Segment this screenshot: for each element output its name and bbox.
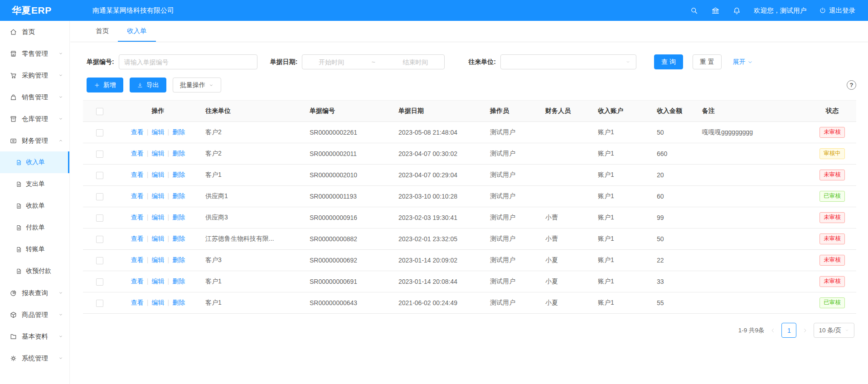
page-size-select[interactable]: 10 条/页	[814, 323, 854, 338]
status-badge: 已审核	[820, 191, 845, 202]
cell-status: 未审核	[808, 228, 856, 250]
topbar-right: 欢迎您，测试用户 退出登录	[690, 6, 868, 15]
sidebar-subitem-income-bill[interactable]: 收入单	[0, 151, 69, 173]
view-link[interactable]: 查看	[131, 192, 144, 199]
sidebar-item-home[interactable]: 首页	[0, 21, 69, 43]
batch-operation-button[interactable]: 批量操作	[173, 78, 221, 92]
prev-page-icon[interactable]	[770, 327, 776, 334]
delete-link[interactable]: 删除	[172, 299, 185, 306]
row-checkbox[interactable]	[96, 236, 103, 243]
cell-actions: 查看|编辑|删除	[116, 271, 200, 292]
row-checkbox[interactable]	[96, 129, 103, 136]
sidebar-menu: 首页零售管理采购管理销售管理仓库管理财务管理收入单支出单收款单付款单转账单收预付…	[0, 21, 69, 369]
table-row: 查看|编辑|删除客户2SR000000020112023-04-07 00:30…	[83, 143, 856, 165]
sidebar-subitem-payment-bill[interactable]: 付款单	[0, 217, 69, 238]
row-checkbox[interactable]	[96, 214, 103, 222]
delete-link[interactable]: 删除	[172, 171, 185, 178]
edit-link[interactable]: 编辑	[152, 171, 165, 178]
chevron-down-icon	[58, 116, 63, 122]
edit-link[interactable]: 编辑	[152, 150, 165, 157]
reset-button[interactable]: 重 置	[693, 54, 722, 69]
sidebar-item-finance[interactable]: 财务管理	[0, 130, 69, 151]
search-icon[interactable]	[690, 6, 698, 15]
add-button[interactable]: 新增	[87, 78, 123, 92]
next-page-icon[interactable]	[802, 327, 808, 334]
sidebar-item-warehouse[interactable]: 仓库管理	[0, 108, 69, 130]
cell-account: 账户1	[592, 228, 651, 250]
doc-icon	[15, 203, 22, 209]
sidebar-subitem-transfer-bill[interactable]: 转账单	[0, 238, 69, 260]
sidebar-item-basic[interactable]: 基本资料	[0, 326, 69, 347]
row-checkbox[interactable]	[96, 151, 103, 158]
bell-icon[interactable]	[732, 6, 741, 15]
expand-link[interactable]: 展开	[733, 58, 753, 66]
export-button[interactable]: 导出	[130, 78, 166, 92]
row-checkbox[interactable]	[96, 300, 103, 307]
delete-link[interactable]: 删除	[172, 128, 185, 136]
tab-income-bill[interactable]: 收入单	[118, 21, 156, 42]
warehouse-icon	[10, 115, 17, 123]
view-link[interactable]: 查看	[131, 299, 144, 306]
sidebar-item-purchase[interactable]: 采购管理	[0, 64, 69, 86]
sidebar-subitem-expense-bill[interactable]: 支出单	[0, 173, 69, 195]
bill-no-input[interactable]	[119, 54, 257, 69]
view-link[interactable]: 查看	[131, 150, 144, 157]
delete-link[interactable]: 删除	[172, 235, 185, 242]
sidebar-item-retail[interactable]: 零售管理	[0, 43, 69, 64]
edit-link[interactable]: 编辑	[152, 277, 165, 285]
delete-link[interactable]: 删除	[172, 214, 185, 221]
view-link[interactable]: 查看	[131, 171, 144, 178]
delete-link[interactable]: 删除	[172, 277, 185, 285]
chevron-down-icon	[58, 355, 63, 361]
cell-checkbox	[83, 250, 116, 271]
sidebar-item-system[interactable]: 系统管理	[0, 347, 69, 369]
edit-link[interactable]: 编辑	[152, 214, 165, 221]
date-start-input[interactable]	[302, 58, 360, 66]
sidebar-subitem-receipt-bill[interactable]: 收款单	[0, 195, 69, 217]
edit-link[interactable]: 编辑	[152, 128, 165, 136]
edit-link[interactable]: 编辑	[152, 299, 165, 306]
action-separator: |	[147, 171, 149, 178]
cell-status: 已审核	[808, 292, 856, 314]
row-checkbox[interactable]	[96, 278, 103, 286]
help-icon[interactable]: ?	[847, 80, 856, 90]
page-number[interactable]: 1	[781, 323, 796, 338]
date-range-picker[interactable]: ~	[302, 54, 445, 69]
view-link[interactable]: 查看	[131, 256, 144, 263]
cell-account: 账户1	[592, 122, 651, 143]
search-button[interactable]: 查 询	[654, 54, 683, 69]
action-separator: |	[168, 214, 170, 221]
view-link[interactable]: 查看	[131, 277, 144, 285]
sidebar-item-sales[interactable]: 销售管理	[0, 86, 69, 108]
cell-checkbox	[83, 122, 116, 143]
row-checkbox[interactable]	[96, 257, 103, 264]
edit-link[interactable]: 编辑	[152, 235, 165, 242]
action-separator: |	[147, 299, 149, 306]
unit-select[interactable]	[500, 54, 636, 69]
view-link[interactable]: 查看	[131, 214, 144, 221]
delete-link[interactable]: 删除	[172, 150, 185, 157]
cell-actions: 查看|编辑|删除	[116, 292, 200, 314]
edit-link[interactable]: 编辑	[152, 256, 165, 263]
welcome-user[interactable]: 欢迎您，测试用户	[754, 6, 806, 15]
cell-date: 2021-06-02 00:24:49	[393, 292, 485, 314]
cell-unit: 客户1	[200, 165, 304, 186]
select-all-checkbox[interactable]	[96, 108, 103, 115]
cell-actions: 查看|编辑|删除	[116, 143, 200, 165]
sidebar-item-report[interactable]: 报表查询	[0, 282, 69, 304]
cell-operator: 测试用户	[485, 122, 540, 143]
bank-icon[interactable]	[711, 6, 720, 15]
sales-icon	[10, 93, 17, 101]
delete-link[interactable]: 删除	[172, 192, 185, 199]
edit-link[interactable]: 编辑	[152, 192, 165, 199]
view-link[interactable]: 查看	[131, 235, 144, 242]
date-end-input[interactable]	[386, 58, 444, 66]
view-link[interactable]: 查看	[131, 128, 144, 136]
row-checkbox[interactable]	[96, 193, 103, 200]
tab-home[interactable]: 首页	[87, 21, 118, 42]
row-checkbox[interactable]	[96, 172, 103, 179]
sidebar-item-goods[interactable]: 商品管理	[0, 304, 69, 326]
delete-link[interactable]: 删除	[172, 256, 185, 263]
sidebar-subitem-advance-receipt[interactable]: 收预付款	[0, 260, 69, 282]
logout-button[interactable]: 退出登录	[819, 6, 855, 15]
